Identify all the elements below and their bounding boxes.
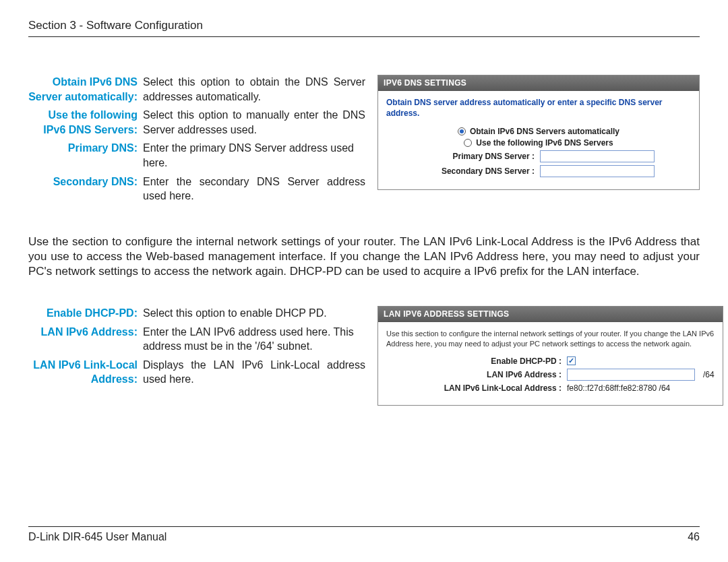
page-number: 46	[688, 531, 700, 543]
def-label: Primary DNS:	[28, 141, 143, 170]
def-label: LAN IPv6 Address:	[28, 325, 143, 354]
obtain-dns-auto-radio[interactable]	[458, 127, 466, 135]
footer-rule	[28, 526, 700, 527]
def-value: Enter the LAN IPv6 address used here. Th…	[143, 325, 365, 354]
lan-ipv6-address-label: LAN IPv6 Address :	[386, 370, 562, 379]
radio-label: Use the following IPv6 DNS Servers	[476, 138, 613, 148]
footer-left: D-Link DIR-645 User Manual	[28, 531, 166, 543]
lan-description-paragraph: Use the section to configure the interna…	[28, 235, 700, 279]
section-header: Section 3 - Software Configuration	[28, 19, 700, 32]
panel-header: LAN IPV6 ADDRESS SETTINGS	[378, 307, 723, 322]
def-label: Obtain IPv6 DNS Server automatically:	[28, 75, 143, 104]
ipv6-dns-settings-panel: IPV6 DNS SETTINGS Obtain DNS server addr…	[377, 75, 700, 190]
subnet-suffix: /64	[703, 370, 715, 379]
def-value: Enter the primary DNS Server address use…	[143, 141, 365, 170]
enable-dhcp-pd-checkbox[interactable]	[567, 356, 576, 365]
panel-description: Use this section to configure the intern…	[386, 329, 715, 350]
definitions-block-1: Obtain IPv6 DNS Server automatically: Se…	[28, 75, 365, 208]
def-value: Displays the LAN IPv6 Link-Local address…	[143, 358, 365, 387]
secondary-dns-label: Secondary DNS Server :	[386, 166, 535, 176]
lan-ipv6-address-input[interactable]	[567, 369, 695, 381]
radio-label: Obtain IPv6 DNS Servers automatically	[470, 127, 619, 136]
lan-ipv6-link-local-label: LAN IPv6 Link-Local Address :	[386, 383, 562, 393]
def-value: Select this option to enable DHCP PD.	[143, 306, 365, 321]
panel-note: Obtain DNS server address automatically …	[386, 98, 691, 119]
primary-dns-input[interactable]	[540, 150, 655, 162]
primary-dns-label: Primary DNS Server :	[386, 152, 535, 161]
definitions-block-2: Enable DHCP-PD: Select this option to en…	[28, 306, 365, 391]
use-following-dns-radio[interactable]	[464, 139, 472, 147]
def-label: LAN IPv6 Link-Local Address:	[28, 358, 143, 387]
def-label: Secondary DNS:	[28, 175, 143, 204]
def-value: Select this option to manually enter the…	[143, 108, 365, 137]
enable-dhcp-pd-label: Enable DHCP-PD :	[386, 356, 562, 366]
def-label: Use the following IPv6 DNS Servers:	[28, 108, 143, 137]
lan-ipv6-link-local-value: fe80::f27d:68ff:fe82:8780 /64	[567, 383, 670, 393]
secondary-dns-input[interactable]	[540, 165, 655, 177]
panel-header: IPV6 DNS SETTINGS	[378, 75, 699, 91]
def-label: Enable DHCP-PD:	[28, 306, 143, 321]
def-value: Enter the secondary DNS Server address u…	[143, 175, 365, 204]
header-rule	[28, 36, 700, 37]
lan-ipv6-address-settings-panel: LAN IPV6 ADDRESS SETTINGS Use this secti…	[377, 306, 723, 406]
def-value: Select this option to obtain the DNS Ser…	[143, 75, 365, 104]
page-footer: D-Link DIR-645 User Manual 46	[28, 526, 700, 543]
